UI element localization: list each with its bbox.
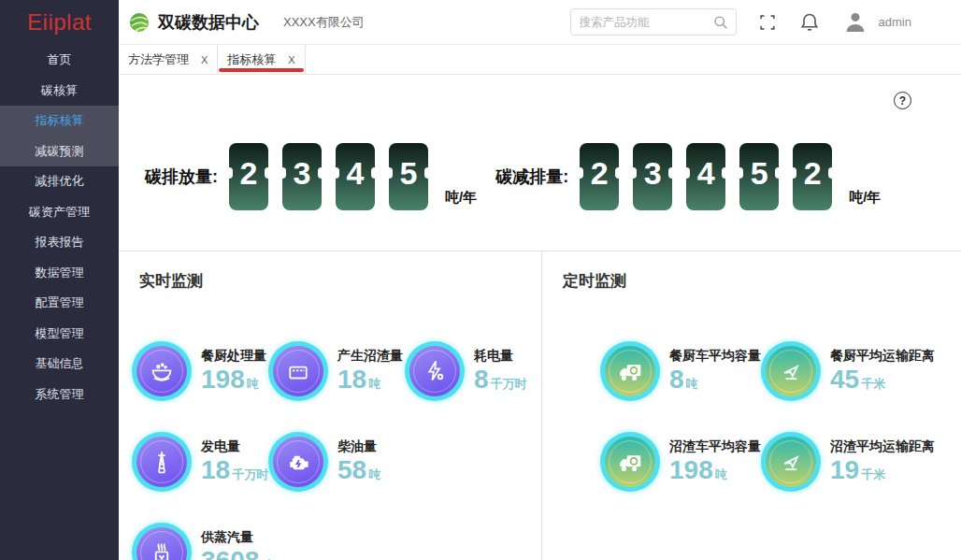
header: 双碳数据中心 XXXX有限公司 <box>119 0 961 45</box>
scheduled-monitoring-panel: 定时监测 餐厨车平均容量 8吨 <box>542 251 961 560</box>
metric-label: 沼渣平均运输距离 <box>830 438 922 455</box>
metric-label: 供蒸汽量 <box>201 529 273 546</box>
truck-icon <box>600 341 660 401</box>
metric-value: 18 <box>201 455 230 484</box>
metric-label: 餐厨处理量 <box>201 348 266 365</box>
counter-unit: 吨/年 <box>445 189 477 207</box>
sidebar-item-carbon-assets[interactable]: 碳资产管理 <box>0 197 119 228</box>
tab-indicator-accounting[interactable]: 指标核算 X <box>218 45 305 74</box>
engine-icon <box>268 432 328 492</box>
flip-digits: 2 3 4 5 <box>229 143 442 210</box>
metric-unit: 吨 <box>368 467 380 481</box>
user-avatar-icon[interactable] <box>841 8 869 36</box>
sidebar-item-reduction-optimization[interactable]: 减排优化 <box>0 166 119 197</box>
metric-value: 8 <box>669 365 684 394</box>
metric-label: 柴油量 <box>337 438 380 455</box>
metric-unit: 吨 <box>715 467 727 481</box>
metric-unit: 千米 <box>861 377 885 391</box>
carbon-emission-counter: 碳排放量: 2 3 4 5 吨/年 <box>145 143 477 210</box>
panel-title: 定时监测 <box>563 270 961 293</box>
metric-card-kitchen-waste: 餐厨处理量 198吨 <box>132 341 268 401</box>
tab-methodology-management[interactable]: 方法学管理 X <box>119 45 218 74</box>
username[interactable]: admin <box>879 15 911 29</box>
metric-unit: 千万时 <box>491 377 527 391</box>
sidebar-item-system-management[interactable]: 系统管理 <box>0 380 119 410</box>
flip-digit: 3 <box>282 143 322 210</box>
metric-value: 198 <box>669 455 713 484</box>
sidebar-item-model-management[interactable]: 模型管理 <box>0 319 119 350</box>
metric-unit: 千万时 <box>232 467 268 481</box>
tab-close-icon[interactable]: X <box>201 54 208 65</box>
metric-unit: 吨 <box>686 377 698 391</box>
metric-value: 19 <box>830 455 859 484</box>
search-icon[interactable] <box>711 13 730 32</box>
metric-card-residue-transport-distance: 沼渣平均运输距离 19千米 <box>761 432 922 492</box>
tab-label: 方法学管理 <box>128 51 189 68</box>
navigation-icon <box>761 432 821 492</box>
monitoring-panels: 实时监测 餐厨处理量 198吨 <box>119 251 961 560</box>
metric-value: 58 <box>337 455 366 484</box>
sidebar-item-data-management[interactable]: 数据管理 <box>0 258 119 289</box>
sidebar-item-home[interactable]: 首页 <box>0 45 119 76</box>
counter-unit: 吨/年 <box>849 189 881 207</box>
fullscreen-icon[interactable] <box>757 12 778 33</box>
metric-label: 产生沼渣量 <box>337 348 403 365</box>
sidebar-menu: 首页 碳核算 指标核算 减碳预测 减排优化 碳资产管理 报表报告 数据管理 配置… <box>0 45 119 409</box>
carbon-reduction-counter: 碳减排量: 2 3 4 5 2 吨/年 <box>495 143 881 210</box>
sidebar-item-config-management[interactable]: 配置管理 <box>0 288 119 319</box>
sidebar-item-carbon-accounting[interactable]: 碳核算 <box>0 76 119 107</box>
search-box <box>570 8 737 36</box>
app-title: 双碳数据中心 <box>158 11 259 34</box>
metric-card-power-generation: 发电量 18千万时 <box>132 432 268 492</box>
app-window: Eiiplat 首页 碳核算 指标核算 减碳预测 减排优化 碳资产管理 报表报告… <box>0 0 961 560</box>
bowl-icon <box>132 341 192 401</box>
sidebar-item-indicator-accounting[interactable]: 指标核算 <box>0 106 119 136</box>
flip-digit: 5 <box>389 143 428 210</box>
flip-digit: 2 <box>229 143 268 210</box>
sidebar: Eiiplat 首页 碳核算 指标核算 减碳预测 减排优化 碳资产管理 报表报告… <box>0 0 119 560</box>
metric-value: 45 <box>830 365 859 394</box>
flip-digit: 3 <box>633 143 672 210</box>
logo: Eiiplat <box>0 0 119 45</box>
metric-unit: 千米 <box>861 467 885 481</box>
flip-digits: 2 3 4 5 2 <box>580 143 846 210</box>
metric-value: 8 <box>474 365 489 394</box>
metric-label: 沼渣车平均容量 <box>669 438 761 455</box>
metric-card-kitchen-transport-distance: 餐厨平均运输距离 45千米 <box>761 341 922 401</box>
truck-icon <box>600 432 660 492</box>
lightning-icon <box>405 341 465 401</box>
metric-unit: 吨 <box>368 377 380 391</box>
sidebar-item-basic-info[interactable]: 基础信息 <box>0 349 119 380</box>
flip-digit: 2 <box>793 143 832 210</box>
metric-value: 198 <box>201 365 245 394</box>
residue-tank-icon <box>268 341 328 401</box>
help-icon[interactable]: ? <box>894 92 911 109</box>
brand-globe-icon <box>128 11 151 34</box>
sidebar-item-reports[interactable]: 报表报告 <box>0 227 119 258</box>
counter-label: 碳减排量: <box>495 165 568 188</box>
notification-bell-icon[interactable] <box>798 11 821 34</box>
steam-boiler-icon <box>132 523 192 560</box>
tab-close-icon[interactable]: X <box>288 54 294 65</box>
metric-unit: 吨 <box>247 377 259 391</box>
metric-card-steam-supply: 供蒸汽量 3608吨 <box>132 523 273 560</box>
metric-card-kitchen-truck-capacity: 餐厨车平均容量 8吨 <box>600 341 761 401</box>
flip-digit: 4 <box>336 143 375 210</box>
metric-cards: 餐厨处理量 198吨 产生沼渣量 18吨 <box>132 341 541 560</box>
realtime-monitoring-panel: 实时监测 餐厨处理量 198吨 <box>119 251 542 560</box>
metric-value: 18 <box>337 365 366 394</box>
flip-digit: 2 <box>580 143 619 210</box>
metric-card-diesel: 柴油量 58吨 <box>268 432 405 492</box>
flip-digit: 5 <box>739 143 779 210</box>
company-name: XXXX有限公司 <box>283 14 365 31</box>
main-content: ? 碳排放量: 2 3 4 5 吨/年 碳减排量: 2 3 4 5 <box>119 75 961 560</box>
transmission-tower-icon <box>132 432 192 492</box>
metric-card-power-consumption: 耗电量 8千万时 <box>405 341 527 401</box>
metric-cards: 餐厨车平均容量 8吨 餐厨平均运输距离 45千米 <box>555 341 961 523</box>
sidebar-item-reduction-forecast[interactable]: 减碳预测 <box>0 136 119 167</box>
counter-label: 碳排放量: <box>145 165 218 188</box>
navigation-icon <box>761 341 821 401</box>
counters-row: 碳排放量: 2 3 4 5 吨/年 碳减排量: 2 3 4 5 2 吨/ <box>145 143 881 210</box>
metric-value: 3608 <box>201 546 259 560</box>
metric-card-residue-truck-capacity: 沼渣车平均容量 198吨 <box>600 432 761 492</box>
